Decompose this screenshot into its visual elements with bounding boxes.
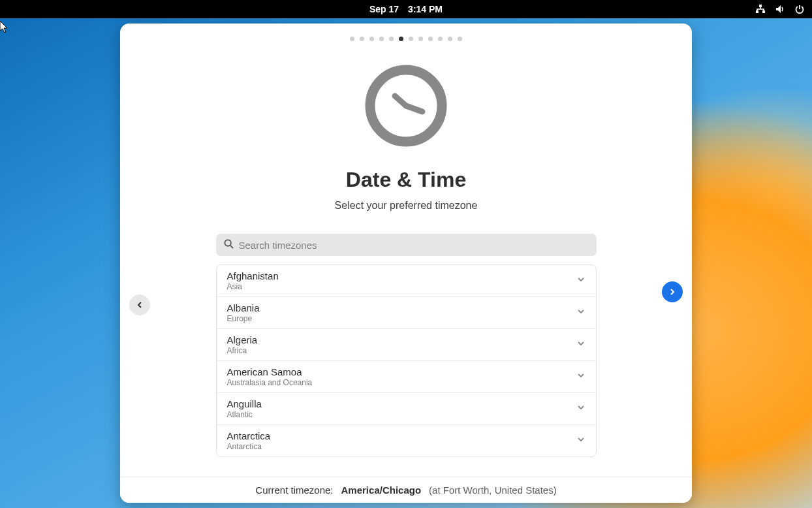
footer-bar: Current timezone: America/Chicago (at Fo… (120, 477, 692, 503)
carousel-dot (379, 37, 384, 41)
chevron-down-icon (576, 307, 586, 319)
chevron-down-icon (576, 275, 586, 287)
timezone-region: Antarctica (227, 442, 271, 451)
carousel-dot (438, 37, 443, 41)
timezone-name: Anguilla (227, 398, 262, 409)
chevron-down-icon (576, 371, 586, 383)
current-timezone-label: Current timezone: (255, 484, 333, 496)
timezone-list: Afghanistan Asia Albania Europe Algeri (216, 264, 597, 457)
timezone-name: Antarctica (227, 430, 271, 441)
timezone-name: Algeria (227, 334, 258, 345)
carousel-dot (409, 37, 413, 41)
timezone-region: Asia (227, 282, 279, 291)
power-icon[interactable] (794, 3, 805, 15)
search-icon (224, 239, 234, 251)
svg-rect-0 (759, 5, 762, 7)
carousel-dot (360, 37, 364, 41)
carousel-dot (448, 37, 452, 41)
search-input[interactable] (239, 240, 589, 251)
clock-icon (365, 65, 447, 150)
carousel-dot (369, 37, 374, 41)
page-title: Date & Time (346, 168, 466, 192)
carousel-dot (389, 37, 394, 41)
current-timezone-value: America/Chicago (341, 484, 422, 496)
carousel-dot-active (399, 37, 403, 41)
svg-point-4 (225, 240, 230, 246)
volume-icon[interactable] (774, 3, 786, 15)
svg-rect-2 (762, 10, 765, 13)
page-subtitle: Select your preferred timezone (335, 200, 478, 212)
carousel-dot (458, 37, 462, 41)
timezone-region: Atlantic (227, 410, 262, 419)
timezone-region: Europe (227, 314, 260, 323)
panel-date: Sep 17 (369, 4, 399, 14)
chevron-down-icon (576, 435, 586, 447)
chevron-down-icon (576, 403, 586, 415)
next-button[interactable] (662, 281, 683, 302)
timezone-row[interactable]: Albania Europe (217, 297, 596, 329)
timezone-name: American Samoa (227, 366, 313, 377)
search-box[interactable] (216, 234, 597, 256)
timezone-row[interactable]: American Samoa Australasia and Oceania (217, 361, 596, 393)
chevron-down-icon (576, 339, 586, 351)
timezone-row[interactable]: Algeria Africa (217, 329, 596, 361)
timezone-region: Australasia and Oceania (227, 378, 313, 387)
current-timezone-location: (at Fort Worth, United States) (429, 484, 557, 496)
carousel-indicator (120, 24, 692, 41)
timezone-name: Albania (227, 302, 260, 313)
timezone-region: Africa (227, 346, 258, 355)
carousel-dot (428, 37, 433, 41)
previous-button[interactable] (129, 294, 150, 315)
carousel-dot (350, 37, 354, 41)
top-panel: Sep 17 3:14 PM (0, 0, 812, 18)
timezone-name: Afghanistan (227, 270, 279, 281)
initial-setup-window: Date & Time Select your preferred timezo… (120, 24, 692, 503)
network-icon[interactable] (755, 3, 766, 15)
timezone-row[interactable]: Anguilla Atlantic (217, 393, 596, 425)
panel-datetime[interactable]: Sep 17 3:14 PM (369, 4, 443, 14)
svg-rect-1 (756, 10, 758, 13)
timezone-row[interactable]: Antarctica Antarctica (217, 425, 596, 456)
timezone-row[interactable]: Afghanistan Asia (217, 265, 596, 297)
panel-time: 3:14 PM (408, 4, 443, 14)
carousel-dot (418, 37, 423, 41)
